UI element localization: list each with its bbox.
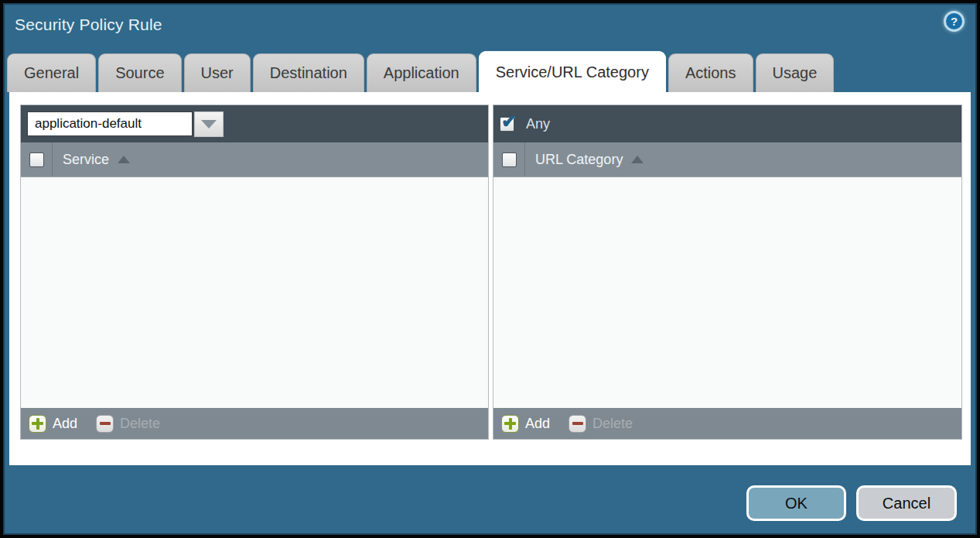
- tab-usage[interactable]: Usage: [756, 53, 835, 92]
- add-plus-icon: [29, 415, 46, 433]
- help-icon[interactable]: ?: [944, 11, 965, 32]
- service-select-all-cell: [21, 142, 53, 176]
- url-category-column-header: URL Category: [493, 142, 961, 177]
- service-panel: Service Add Delete: [20, 105, 489, 440]
- tab-destination[interactable]: Destination: [253, 53, 364, 92]
- service-panel-toolbar: [21, 105, 488, 142]
- service-type-select: [27, 111, 224, 137]
- url-category-column-label[interactable]: URL Category: [535, 152, 644, 168]
- tab-general[interactable]: General: [7, 53, 96, 92]
- service-panel-footer: Add Delete: [21, 408, 488, 439]
- service-select-all-checkbox[interactable]: [29, 152, 44, 167]
- checkmark-icon: ✔: [501, 111, 517, 132]
- service-column-label[interactable]: Service: [63, 152, 130, 168]
- service-column-header: Service: [21, 142, 488, 177]
- url-category-panel-footer: Add Delete: [493, 408, 961, 439]
- tab-service-url-category[interactable]: Service/URL Category: [479, 51, 666, 92]
- security-policy-rule-dialog: Security Policy Rule ? General Source Us…: [0, 0, 980, 538]
- dialog-title: Security Policy Rule: [15, 15, 162, 34]
- url-category-add-button[interactable]: Add: [501, 415, 550, 433]
- url-category-select-all-checkbox[interactable]: [502, 152, 517, 167]
- url-category-panel-toolbar: ✔ Any: [493, 105, 961, 142]
- service-delete-button[interactable]: Delete: [96, 415, 160, 433]
- url-category-select-all-cell: [493, 142, 525, 176]
- tab-actions[interactable]: Actions: [668, 53, 753, 92]
- service-add-button[interactable]: Add: [29, 415, 77, 433]
- service-type-input[interactable]: [27, 111, 193, 136]
- tab-content-area: Service Add Delete ✔: [9, 92, 971, 465]
- url-category-panel: ✔ Any URL Category Add: [493, 105, 962, 440]
- ok-button[interactable]: OK: [746, 485, 846, 521]
- any-checkbox[interactable]: ✔: [500, 117, 514, 132]
- cancel-button[interactable]: Cancel: [856, 485, 957, 521]
- service-type-dropdown-button[interactable]: [194, 111, 224, 137]
- tab-bar: General Source User Destination Applicat…: [7, 51, 973, 92]
- url-category-delete-button[interactable]: Delete: [569, 415, 633, 433]
- sort-ascending-icon: [118, 156, 130, 163]
- tab-source[interactable]: Source: [98, 53, 181, 92]
- sort-ascending-icon: [631, 156, 644, 163]
- delete-minus-icon: [96, 415, 114, 433]
- delete-minus-icon: [569, 415, 586, 433]
- any-label: Any: [526, 116, 550, 132]
- service-list: [21, 177, 488, 408]
- tab-application[interactable]: Application: [367, 53, 476, 92]
- tab-user[interactable]: User: [184, 53, 251, 92]
- url-category-list: [493, 177, 961, 408]
- add-plus-icon: [501, 415, 519, 433]
- chevron-down-icon: [201, 120, 217, 129]
